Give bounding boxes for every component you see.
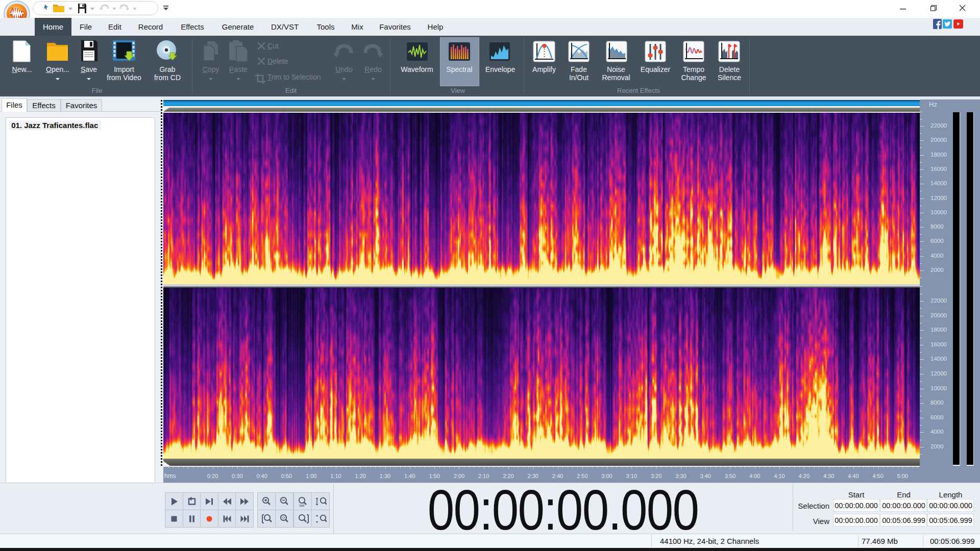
svg-text:100: 100 [299, 504, 305, 507]
